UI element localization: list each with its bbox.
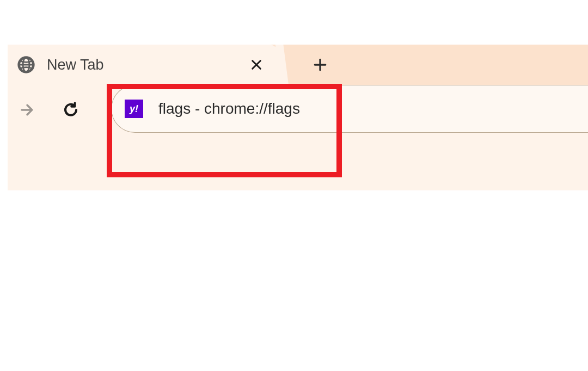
forward-arrow-icon [19,102,35,118]
reload-button[interactable] [61,100,81,120]
site-icon-label: y! [130,103,138,115]
close-icon [250,59,262,71]
address-text: flags - chrome://flags [158,100,300,118]
address-bar[interactable]: y! flags - chrome://flags [111,85,588,133]
content-area [8,143,588,190]
globe-icon [17,56,35,73]
toolbar: y! flags - chrome://flags [8,85,588,143]
close-tab-button[interactable] [248,57,265,73]
yahoo-icon: y! [125,100,143,118]
new-tab-button[interactable] [304,45,336,85]
tab-title: New Tab [47,57,236,73]
forward-button[interactable] [17,100,37,120]
tab-bar: New Tab [8,45,588,85]
nav-buttons [17,100,81,120]
reload-icon [63,102,79,118]
omnibox-wrapper: y! flags - chrome://flags [111,85,588,133]
browser-chrome: New Tab [8,45,588,190]
browser-tab[interactable]: New Tab [8,45,279,85]
plus-icon [313,58,327,72]
